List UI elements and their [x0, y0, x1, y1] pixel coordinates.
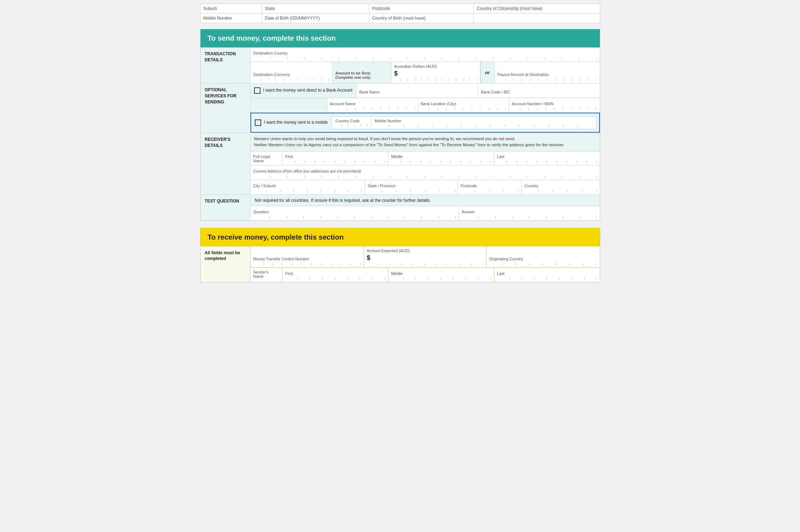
ruler	[394, 79, 477, 81]
first-name-field[interactable]: First	[283, 152, 389, 165]
current-address-field[interactable]: Current Address (Post office box address…	[250, 165, 600, 180]
payout-amount-field[interactable]: Payout Amount at Destination	[495, 62, 600, 83]
transaction-details-row: TRANSACTION DETAILS Destination Country	[201, 47, 600, 83]
dob-cell: Date of Birth (DD/MM/YYYY)	[262, 14, 369, 23]
state-province-label: State / Province	[368, 184, 455, 188]
receive-section-header: To receive money, complete this section	[201, 228, 600, 246]
mobile-checkbox-area[interactable]: I want the money sent to a mobile	[251, 115, 331, 131]
sender-last-field[interactable]: Last	[494, 268, 600, 282]
bank-code-field[interactable]: Bank Code / BIC	[478, 83, 599, 98]
city-suburb-label: City / Suburb	[253, 184, 362, 188]
bank-checkbox-group: I want the money sent direct to a Bank A…	[250, 83, 600, 98]
money-transfer-control-field[interactable]: Money Transfer Control Number	[250, 246, 364, 267]
bank-location-field[interactable]: Bank Location (City)	[418, 98, 509, 112]
test-question-row: TEST QUESTION Not required for all count…	[201, 195, 600, 220]
ruler	[285, 278, 385, 280]
transaction-label: TRANSACTION DETAILS	[201, 47, 250, 83]
ruler	[253, 190, 362, 192]
mobile-send-highlighted-row: I want the money sent to a mobile Countr…	[250, 113, 600, 133]
send-section-body: TRANSACTION DETAILS Destination Country	[201, 47, 600, 220]
bank-code-label: Bank Code / BIC	[481, 90, 597, 94]
ruler	[253, 57, 597, 60]
receive-dollar-sign: $	[367, 254, 370, 262]
test-question-content: Not required for all countries. If unsur…	[250, 195, 600, 220]
ruler	[497, 278, 597, 280]
country-code-field[interactable]: Country Code	[332, 117, 371, 129]
state-province-field[interactable]: State / Province	[365, 180, 458, 194]
middle-name-label: Middle	[391, 154, 491, 159]
account-name-field[interactable]: Account Name	[327, 98, 418, 112]
originating-country-field[interactable]: Originating Country	[486, 246, 599, 267]
bank-name-label: Bank Name	[359, 90, 475, 94]
question-answer-group: Question Answer	[250, 206, 600, 220]
receive-top-fields: Money Transfer Control Number Amount Exp…	[250, 246, 600, 268]
aud-label: Australian Dollars (AUD)	[394, 64, 477, 68]
postcode-label: Postcode	[461, 184, 518, 188]
top-address-table: Suburb State Postcode Country of Citizen…	[200, 4, 600, 23]
destination-country-label: Destination Country	[253, 51, 597, 55]
optional-services-content: I want the money sent direct to a Bank A…	[250, 83, 600, 133]
amount-to-be-sent-label-box: Amount to be Sent. Complete one only.	[333, 62, 391, 83]
aud-amount-field[interactable]: Australian Dollars (AUD) $	[391, 62, 480, 83]
full-legal-name-label: Full Legal Name	[250, 152, 283, 165]
account-fields-group: Account Name Bank Location (City)	[250, 98, 600, 113]
amount-expected-field[interactable]: Amount Expected (AUD) $	[364, 246, 486, 267]
receive-money-section: To receive money, complete this section …	[200, 228, 600, 282]
answer-label: Answer	[462, 210, 597, 214]
bank-location-label: Bank Location (City)	[421, 102, 506, 106]
or-separator: or	[480, 62, 495, 83]
sender-first-field[interactable]: First	[283, 268, 389, 282]
destination-country-field[interactable]: Destination Country	[250, 47, 600, 62]
country-citizenship-cell: Country of Citizenship (must have)	[474, 4, 600, 14]
senders-name-label-box: Sender's Name	[250, 268, 283, 282]
fraud-text: Western Union wants to help you avoid be…	[254, 136, 596, 148]
bank-name-field[interactable]: Bank Name	[356, 83, 478, 98]
postcode-cell: Postcode	[369, 4, 474, 14]
sender-middle-field[interactable]: Middle	[388, 268, 494, 282]
sender-middle-label: Middle	[391, 271, 491, 276]
city-suburb-field[interactable]: City / Suburb	[250, 180, 365, 194]
account-number-field[interactable]: Account Number / IBAN	[509, 98, 600, 112]
amount-expected-dollar: $	[367, 254, 483, 262]
bank-checkbox-label: I want the money sent direct to a Bank A…	[263, 88, 353, 93]
optional-services-row: OPTIONAL SERVICES FOR SENDING I want the…	[201, 83, 600, 133]
country-birth-cell: Country of Birth (must have)	[369, 14, 474, 23]
last-name-field[interactable]: Last	[494, 152, 600, 165]
receivers-details-row: RECEIVER'S DETAILS Western Union wants t…	[201, 133, 600, 195]
ruler	[489, 263, 597, 265]
country-field[interactable]: Country	[522, 180, 600, 194]
senders-name-row: Sender's Name First Middle	[250, 268, 600, 282]
destination-currency-field[interactable]: Destination Currency	[250, 62, 333, 83]
ruler	[285, 161, 385, 163]
account-number-label: Account Number / IBAN	[512, 102, 597, 106]
transaction-content: Destination Country Destination Currency	[250, 47, 600, 83]
ruler	[421, 108, 506, 110]
send-money-section: To send money, complete this section TRA…	[200, 29, 600, 221]
sender-last-label: Last	[497, 271, 597, 276]
ruler	[253, 263, 361, 265]
ruler	[367, 263, 483, 265]
amount-to-be-sent-label: Amount to be Sent. Complete one only.	[335, 71, 388, 80]
ruler	[253, 175, 597, 178]
mobile-checkbox[interactable]	[255, 119, 261, 126]
ruler	[512, 108, 597, 110]
bank-checkbox-area[interactable]: I want the money sent direct to a Bank A…	[250, 83, 356, 98]
payout-amount-label: Payout Amount at Destination	[497, 72, 597, 77]
last-name-label: Last	[497, 154, 597, 159]
ruler	[330, 108, 415, 110]
question-field[interactable]: Question	[250, 206, 459, 220]
bank-account-checkbox[interactable]	[254, 87, 260, 94]
destination-country-group: Destination Country	[250, 47, 600, 62]
middle-name-field[interactable]: Middle	[388, 152, 494, 165]
ruler	[461, 190, 518, 192]
money-transfer-control-label: Money Transfer Control Number	[253, 257, 361, 261]
receive-main-row: All fields must be completed Money Trans…	[201, 246, 600, 282]
current-address-group: Current Address (Post office box address…	[250, 165, 600, 180]
answer-field[interactable]: Answer	[459, 206, 599, 220]
ruler	[497, 79, 597, 81]
mobile-number-field[interactable]: Mobile Number	[371, 117, 596, 129]
ruler	[525, 190, 597, 192]
ruler	[253, 79, 329, 81]
postcode-field[interactable]: Postcode	[458, 180, 522, 194]
ruler	[462, 216, 597, 218]
